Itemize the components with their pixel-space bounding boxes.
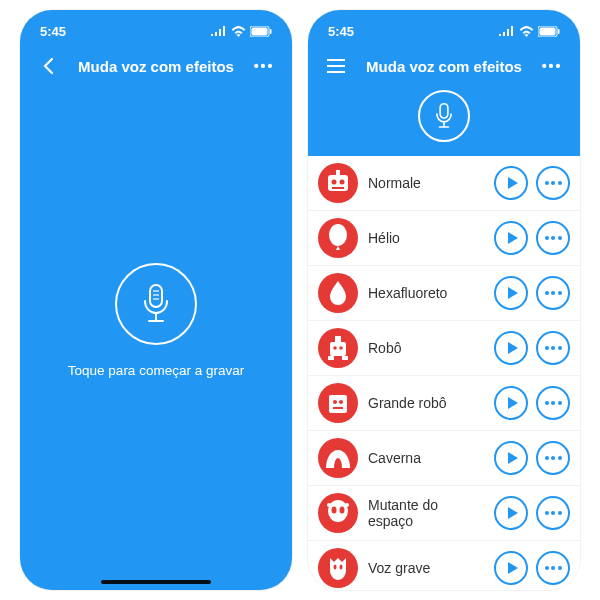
signal-icon (499, 26, 515, 36)
page-title: Muda voz com efeitos (366, 58, 522, 75)
balloon-icon (318, 218, 358, 258)
robot-icon (318, 328, 358, 368)
record-button[interactable] (418, 90, 470, 142)
row-more-button[interactable] (536, 331, 570, 365)
row-actions (494, 551, 570, 585)
effect-label: Hexafluoreto (368, 285, 484, 301)
row-actions (494, 496, 570, 530)
robot-face-icon (318, 163, 358, 203)
effect-row[interactable]: Normale (308, 156, 580, 211)
row-more-button[interactable] (536, 496, 570, 530)
svg-rect-3 (150, 285, 162, 307)
play-button[interactable] (494, 221, 528, 255)
bat-icon (318, 548, 358, 588)
more-icon (545, 181, 562, 185)
effect-row[interactable]: Voz grave (308, 541, 580, 590)
more-icon (545, 456, 562, 460)
status-bar: 5:45 (308, 10, 580, 44)
play-icon (508, 562, 518, 574)
effect-row[interactable]: Grande robô (308, 376, 580, 431)
more-icon (545, 291, 562, 295)
play-icon (508, 232, 518, 244)
status-time: 5:45 (328, 24, 354, 39)
record-button[interactable] (115, 263, 197, 345)
record-body: Toque para começar a gravar (20, 10, 292, 590)
play-button[interactable] (494, 276, 528, 310)
effect-label: Caverna (368, 450, 484, 466)
more-icon (545, 346, 562, 350)
more-button[interactable]: ••• (538, 52, 566, 80)
row-actions (494, 386, 570, 420)
play-button[interactable] (494, 551, 528, 585)
more-icon (545, 511, 562, 515)
cave-icon (318, 438, 358, 478)
row-actions (494, 221, 570, 255)
more-icon (545, 566, 562, 570)
row-more-button[interactable] (536, 166, 570, 200)
play-button[interactable] (494, 331, 528, 365)
robot-big-icon (318, 383, 358, 423)
wifi-icon (519, 26, 534, 37)
mic-icon (139, 283, 173, 325)
row-actions (494, 276, 570, 310)
play-icon (508, 507, 518, 519)
drop-icon (318, 273, 358, 313)
more-icon (545, 401, 562, 405)
effect-label: Robô (368, 340, 484, 356)
play-icon (508, 452, 518, 464)
more-icon: ••• (542, 58, 563, 74)
svg-rect-10 (540, 27, 556, 35)
effect-row[interactable]: Caverna (308, 431, 580, 486)
more-icon (545, 236, 562, 240)
effect-row[interactable]: Hexafluoreto (308, 266, 580, 321)
alien-icon (318, 493, 358, 533)
effect-row[interactable]: Mutante do espaço (308, 486, 580, 541)
row-more-button[interactable] (536, 221, 570, 255)
row-more-button[interactable] (536, 441, 570, 475)
phone-effects-screen: 5:45 Muda voz com efeitos ••• (308, 10, 580, 590)
effect-row[interactable]: Robô (308, 321, 580, 376)
effect-row[interactable]: Hélio (308, 211, 580, 266)
phone-record-screen: 5:45 Muda voz com efeitos ••• (20, 10, 292, 590)
status-indicators (499, 26, 560, 37)
play-button[interactable] (494, 166, 528, 200)
home-indicator (101, 580, 211, 584)
record-hint: Toque para começar a gravar (68, 363, 244, 378)
play-icon (508, 397, 518, 409)
svg-rect-15 (440, 104, 448, 118)
app-header: Muda voz com efeitos ••• (308, 44, 580, 88)
effect-label: Hélio (368, 230, 484, 246)
row-more-button[interactable] (536, 551, 570, 585)
effect-label: Mutante do espaço (368, 497, 484, 529)
effects-list[interactable]: Normale Hélio Hexafluoreto Robô (308, 156, 580, 590)
effect-label: Normale (368, 175, 484, 191)
mic-icon (433, 102, 455, 130)
play-button[interactable] (494, 496, 528, 530)
effect-label: Voz grave (368, 560, 484, 576)
hamburger-icon (327, 59, 345, 73)
menu-button[interactable] (322, 52, 350, 80)
row-actions (494, 441, 570, 475)
row-actions (494, 331, 570, 365)
play-button[interactable] (494, 441, 528, 475)
row-more-button[interactable] (536, 276, 570, 310)
play-button[interactable] (494, 386, 528, 420)
play-icon (508, 287, 518, 299)
effects-header-area: 5:45 Muda voz com efeitos ••• (308, 10, 580, 156)
row-actions (494, 166, 570, 200)
row-more-button[interactable] (536, 386, 570, 420)
effect-label: Grande robô (368, 395, 484, 411)
svg-rect-11 (558, 29, 560, 34)
play-icon (508, 342, 518, 354)
battery-icon (538, 26, 560, 37)
play-icon (508, 177, 518, 189)
